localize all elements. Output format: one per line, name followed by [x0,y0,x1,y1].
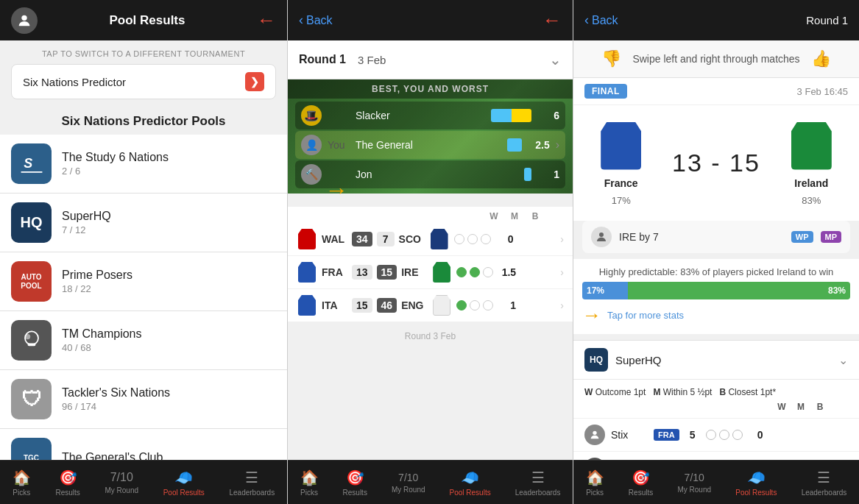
pool-item-study[interactable]: S The Study 6 Nations 2 / 6 [0,135,287,194]
predictor-avatar [591,227,612,247]
leaderboards-label: Leaderboards [229,489,275,497]
stix-circle-2 [719,430,729,440]
fra-score: 13 [352,265,372,280]
nav-myround[interactable]: 7/10 My Round [99,468,144,497]
france-stat-pct: 17% [587,285,604,296]
round-selector-left: Round 1 3 Feb [299,53,386,66]
pool-icon-hq: HQ [11,202,52,243]
prediction-row: IRE by 7 WP MP [582,221,850,253]
round-selector[interactable]: Round 1 3 Feb ⌄ [288,40,573,79]
nav-poolresults[interactable]: 🧢 Pool Results [158,466,211,500]
tournament-selector[interactable]: Six Nations Predictor ❯ [11,64,276,99]
pool-name-prime: Prime Posers [62,269,276,282]
pool-item-prime[interactable]: AUTOPOOL Prime Posers 18 / 22 [0,252,287,311]
swipe-hint-bar: 👎 Swipe left and right through matches 👍 [573,40,859,78]
superhq-section[interactable]: HQ SuperHQ ⌄ [573,340,859,379]
match-row-ita-eng[interactable]: ITA 15 46 ENG 1 › [288,289,573,322]
p2-poolresults-label: Pool Results [450,489,491,497]
poolresults-icon: 🧢 [174,469,193,486]
p2-nav-picks[interactable]: 🏠 Picks [294,466,325,500]
worst-icon: 🔨 [301,164,322,185]
svg-point-0 [21,15,26,20]
thumb-down-icon: 👎 [601,49,621,68]
p2-nav-poolresults[interactable]: 🧢 Pool Results [444,466,497,500]
you-arrow[interactable]: › [556,138,559,152]
nav-results[interactable]: 🎯 Results [49,466,85,500]
pool-info-study: The Study 6 Nations 2 / 6 [62,151,276,177]
byw-row-best: 🎩 Slacker 6 [295,102,565,129]
panel1-bottom-nav: 🏠 Picks 🎯 Results 7/10 My Round 🧢 Pool R… [0,460,287,504]
nav-leaderboards[interactable]: ☰ Leaderboards [223,466,280,500]
ita-eng-arrow[interactable]: › [560,299,564,311]
stats-yellow-arrow: → [582,304,601,327]
round-footer-text: Round 3 Feb [405,331,456,341]
circle-1 [454,234,464,244]
match-score: 13 - 15 [672,149,760,177]
ita-eng-circles [456,300,493,310]
you-icon: 👤 [301,135,322,155]
p2-nav-myround[interactable]: 7/10 My Round [386,469,431,497]
superhq-expand[interactable]: ⌄ [838,353,848,367]
panel3-bottom-nav: 🏠 Picks 🎯 Results 7/10 My Round 🧢 Pool R… [573,460,859,504]
user-avatar[interactable] [11,7,38,34]
sco-shirt [429,229,450,249]
nav-picks[interactable]: 🏠 Picks [7,466,37,500]
p2-nav-results[interactable]: 🎯 Results [337,466,373,500]
p3-nav-results[interactable]: 🎯 Results [623,466,659,500]
wp-badge: WP [791,231,813,243]
tap-stats-link[interactable]: Tap for more stats [607,310,684,321]
wal-name: WAL [322,233,347,245]
wal-shirt [297,229,317,249]
pool-item-tackler[interactable]: 🛡 Tackler's Six Nations 96 / 174 [0,370,287,429]
pool-name-champ: TM Champions [62,327,276,341]
panel3-back-button[interactable]: ‹ Back [584,13,618,28]
results-label: Results [55,489,79,497]
final-badge: FINAL [584,84,627,99]
pools-list: S The Study 6 Nations 2 / 6 HQ SuperHQ 7… [0,135,287,460]
sco-name: SCO [399,233,425,245]
leaderboards-icon: ☰ [245,469,258,486]
eng-score: 46 [377,298,397,313]
svg-point-4 [25,334,30,339]
panel1-title: Pool Results [49,13,246,28]
byw-header: BEST, YOU AND WORST [288,79,573,99]
p3-nav-leaderboards[interactable]: ☰ Leaderboards [796,466,853,500]
fra-ire-circles [456,267,493,277]
tournament-chevron[interactable]: ❯ [245,72,264,91]
round-label: Round 1 [299,53,346,66]
yellow-arrow: → [325,177,348,204]
tap-switch-label: TAP TO SWITCH TO A DIFFERENT TOURNAMENT [11,49,276,58]
player-row-stix: Stix FRA 5 0 [573,418,859,451]
pool-item-superhq[interactable]: HQ SuperHQ 7 / 12 [0,194,287,252]
round-footer: Round 3 Feb [288,322,573,350]
fra-ire-arrow-right[interactable]: › [560,266,564,278]
final-badge-row: FINAL 3 Feb 16:45 [573,78,859,105]
wal-sco-arrow[interactable]: › [560,233,564,245]
stix-points: 0 [749,429,763,441]
ireland-shirt-icon [791,122,832,170]
circle-m [470,267,480,277]
p3-nav-picks[interactable]: 🏠 Picks [580,466,610,500]
round-dropdown-chevron[interactable]: ⌄ [549,51,562,68]
p3-picks-icon: 🏠 [586,469,604,486]
wmb-scoring-section: W Outcome 1pt M Within 5 ½pt B Closest 1… [573,379,859,418]
p2-results-label: Results [343,489,367,497]
p3-leaderboards-icon: ☰ [817,469,830,486]
pool-item-general[interactable]: TGC The General's Club [0,429,287,460]
match-teams: France 17% 13 - 15 Ireland 83% [573,105,859,221]
pool-item-champ[interactable]: TM Champions 40 / 68 [0,311,287,370]
best-name: Slacker [356,110,485,121]
p3-nav-myround[interactable]: 7/10 My Round [671,469,717,497]
stats-bar-france: 17% [582,282,628,299]
circle-2 [467,234,478,244]
pool-name-general: The General's Club [62,451,276,461]
p3-nav-poolresults[interactable]: 🧢 Pool Results [729,466,782,500]
p2-nav-leaderboards[interactable]: ☰ Leaderboards [509,466,567,500]
p3-back-chevron: ‹ [584,13,589,28]
match-row-fra-ire[interactable]: → FRA 13 15 IRE 1.5 [288,256,573,289]
match-row-wal-sco[interactable]: WAL 34 7 SCO 0 › [288,223,573,256]
tournament-name: Six Nations Predictor [23,76,126,88]
panel2-back-button[interactable]: ‹ Back [299,13,333,28]
p2-results-icon: 🎯 [346,469,364,486]
pool-name-tackler: Tackler's Six Nations [62,386,276,400]
